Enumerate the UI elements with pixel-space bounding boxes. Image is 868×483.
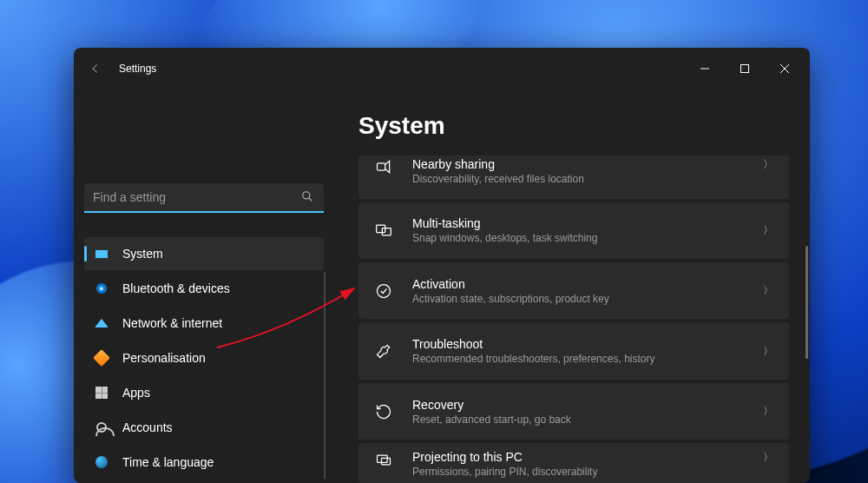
card-title: Multi-tasking (412, 216, 744, 230)
recovery-icon (374, 402, 393, 421)
person-icon (95, 420, 108, 434)
svg-rect-11 (382, 459, 391, 466)
svg-line-5 (309, 198, 312, 202)
settings-window: Settings (74, 48, 810, 483)
chevron-right-icon: 〉 (763, 223, 773, 238)
window-controls (685, 55, 805, 83)
sidebar-item-label: Accounts (122, 420, 173, 434)
card-subtitle: Discoverability, received files location (412, 173, 744, 185)
card-projecting[interactable]: Projecting to this PC Permissions, pairi… (358, 443, 789, 483)
brush-icon (95, 351, 108, 365)
sidebar-item-accounts[interactable]: Accounts (84, 411, 324, 444)
svg-rect-10 (378, 455, 388, 462)
chevron-right-icon: 〉 (763, 450, 773, 465)
sidebar-item-label: Apps (122, 386, 150, 400)
maximize-button[interactable] (725, 55, 765, 83)
back-button[interactable] (88, 61, 103, 76)
sidebar-item-label: Time & language (122, 455, 214, 469)
sidebar-item-label: System (122, 247, 163, 261)
sidebar-item-system[interactable]: System (84, 237, 324, 270)
search-field[interactable] (84, 183, 324, 213)
main-scrollbar[interactable] (806, 246, 808, 359)
chevron-right-icon: 〉 (763, 404, 773, 419)
card-nearby-sharing[interactable]: Nearby sharing Discoverability, received… (358, 155, 789, 199)
card-multi-tasking[interactable]: Multi-tasking Snap windows, desktops, ta… (358, 202, 789, 259)
sidebar-scrollbar[interactable] (324, 272, 326, 479)
share-icon (374, 157, 393, 176)
multitask-icon (374, 221, 393, 240)
page-title: System (358, 112, 789, 140)
check-circle-icon (374, 281, 393, 301)
card-subtitle: Reset, advanced start-up, go back (412, 414, 744, 426)
wrench-icon (374, 341, 393, 361)
apps-icon (95, 386, 108, 400)
svg-point-9 (378, 284, 391, 297)
titlebar: Settings (74, 48, 810, 89)
sidebar-item-network[interactable]: Network & internet (84, 307, 324, 340)
project-icon (374, 450, 393, 469)
sidebar-item-label: Bluetooth & devices (122, 281, 230, 295)
svg-rect-8 (382, 228, 391, 235)
card-title: Activation (412, 277, 744, 291)
sidebar: System ∗ Bluetooth & devices Network & i… (74, 89, 334, 483)
sidebar-item-apps[interactable]: Apps (84, 376, 324, 409)
card-recovery[interactable]: Recovery Reset, advanced start-up, go ba… (358, 383, 789, 440)
search-input[interactable] (93, 190, 301, 204)
sidebar-item-time[interactable]: Time & language (84, 446, 324, 479)
nav-list: System ∗ Bluetooth & devices Network & i… (84, 237, 324, 479)
bluetooth-icon: ∗ (95, 281, 108, 295)
minimize-button[interactable] (685, 55, 725, 83)
sidebar-item-personalisation[interactable]: Personalisation (84, 341, 324, 374)
card-subtitle: Permissions, pairing PIN, discoverabilit… (412, 466, 744, 478)
chevron-right-icon: 〉 (763, 344, 773, 359)
card-title: Nearby sharing (412, 157, 744, 171)
settings-card-list: Nearby sharing Discoverability, received… (358, 155, 789, 483)
sidebar-item-bluetooth[interactable]: ∗ Bluetooth & devices (84, 272, 324, 305)
globe-icon (95, 455, 108, 469)
monitor-icon (95, 247, 108, 261)
card-title: Projecting to this PC (412, 450, 744, 464)
card-activation[interactable]: Activation Activation state, subscriptio… (358, 262, 789, 319)
chevron-right-icon: 〉 (763, 283, 773, 298)
svg-rect-6 (378, 163, 385, 170)
card-subtitle: Recommended troubleshooters, preferences… (412, 353, 744, 365)
card-title: Troubleshoot (412, 337, 744, 351)
svg-rect-1 (741, 65, 749, 73)
card-subtitle: Snap windows, desktops, task switching (412, 232, 744, 244)
close-button[interactable] (765, 55, 805, 83)
app-title: Settings (119, 63, 156, 75)
wifi-icon (95, 316, 108, 330)
chevron-right-icon: 〉 (763, 157, 773, 172)
card-subtitle: Activation state, subscriptions, product… (412, 293, 744, 305)
sidebar-item-label: Personalisation (122, 351, 206, 365)
card-title: Recovery (412, 398, 744, 412)
sidebar-item-label: Network & internet (122, 316, 222, 330)
main-content: System Nearby sharing Discoverability, r… (334, 89, 810, 483)
svg-rect-7 (377, 225, 385, 232)
search-icon (301, 190, 315, 204)
card-troubleshoot[interactable]: Troubleshoot Recommended troubleshooters… (358, 322, 789, 379)
svg-point-4 (303, 192, 310, 199)
